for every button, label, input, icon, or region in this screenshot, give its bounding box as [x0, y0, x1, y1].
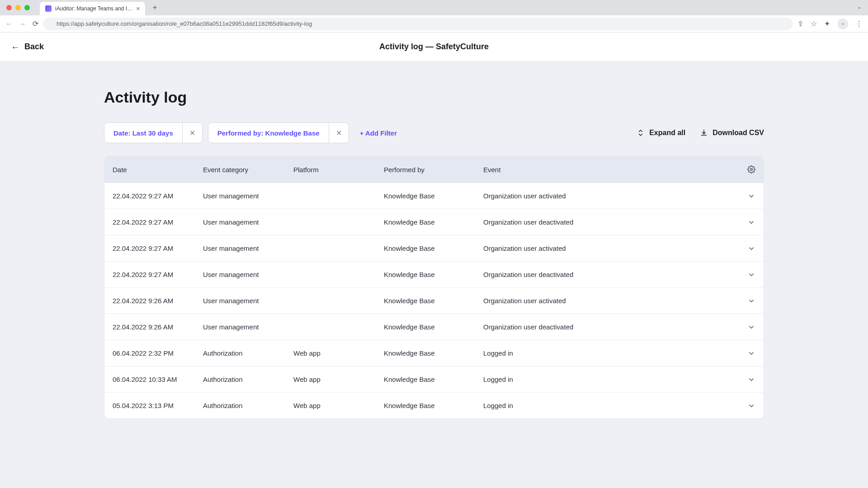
cell-platform: Web app [293, 402, 384, 409]
activity-log-table: Date Event category Platform Performed b… [104, 156, 764, 419]
expand-all-button[interactable]: Expand all [637, 129, 685, 137]
cell-date: 22.04.2022 9:26 AM [113, 297, 203, 305]
app-header: ← Back Activity log — SafetyCulture [0, 33, 868, 61]
url-input[interactable] [43, 18, 793, 30]
tabs-dropdown-button[interactable]: ⌄ [857, 4, 862, 10]
toolbar: Date: Last 30 days✕Performed by: Knowled… [104, 122, 764, 143]
table-row[interactable]: 22.04.2022 9:27 AMUser managementKnowled… [104, 209, 764, 235]
browser-tab-title: iAuditor: Manage Teams and I… [55, 5, 132, 12]
col-date: Date [113, 166, 203, 174]
nav-forward-button[interactable]: → [19, 20, 26, 28]
expand-all-label: Expand all [649, 129, 685, 137]
cell-performed-by: Knowledge Base [384, 218, 483, 226]
cell-category: User management [203, 244, 293, 252]
table-row[interactable]: 22.04.2022 9:27 AMUser managementKnowled… [104, 235, 764, 261]
table-row[interactable]: 22.04.2022 9:26 AMUser managementKnowled… [104, 287, 764, 314]
cell-date: 22.04.2022 9:26 AM [113, 323, 203, 331]
table-settings-button[interactable] [747, 165, 755, 174]
filter-bar: Date: Last 30 days✕Performed by: Knowled… [104, 122, 349, 143]
cell-date: 22.04.2022 9:27 AM [113, 271, 203, 278]
cell-date: 22.04.2022 9:27 AM [113, 244, 203, 252]
cell-category: User management [203, 192, 293, 200]
cell-date: 06.04.2022 2:32 PM [113, 349, 203, 357]
browser-tab[interactable]: iAuditor: Manage Teams and I… × [40, 2, 145, 15]
cell-category: User management [203, 297, 293, 305]
back-label: Back [24, 42, 44, 52]
cell-category: User management [203, 323, 293, 331]
cell-performed-by: Knowledge Base [384, 349, 483, 357]
filter-chip: Date: Last 30 days✕ [104, 122, 203, 143]
share-icon[interactable]: ⇪ [797, 19, 803, 28]
add-filter-button[interactable]: + Add Filter [354, 122, 403, 143]
window-traffic-lights [6, 5, 30, 10]
table-row[interactable]: 06.04.2022 2:32 PMAuthorizationWeb appKn… [104, 340, 764, 366]
cell-event: Organization user activated [483, 192, 728, 200]
browser-toolbar: ← → ⟳ 🔒 ⇪ ☆ ✦ ◦ ⋮ [0, 15, 868, 33]
download-csv-label: Download CSV [712, 129, 764, 137]
bookmark-icon[interactable]: ☆ [811, 19, 817, 28]
filter-chip-label[interactable]: Date: Last 30 days [104, 123, 182, 143]
table-row[interactable]: 06.04.2022 10:33 AMAuthorizationWeb appK… [104, 366, 764, 392]
content-scroll[interactable]: Activity log Date: Last 30 days✕Performe… [0, 61, 868, 488]
expand-row-button[interactable] [747, 297, 755, 305]
nav-reload-button[interactable]: ⟳ [33, 20, 38, 28]
cell-category: Authorization [203, 375, 293, 383]
favicon-icon [45, 5, 52, 12]
table-row[interactable]: 22.04.2022 9:27 AMUser managementKnowled… [104, 183, 764, 209]
close-tab-button[interactable]: × [136, 5, 140, 12]
cell-date: 05.04.2022 3:13 PM [113, 402, 203, 409]
filter-chip-label[interactable]: Performed by: Knowledge Base [208, 123, 329, 143]
filter-chip-remove[interactable]: ✕ [182, 123, 202, 143]
header-title: Activity log — SafetyCulture [379, 42, 489, 52]
cell-performed-by: Knowledge Base [384, 323, 483, 331]
cell-platform: Web app [293, 375, 384, 383]
window-close-button[interactable] [6, 5, 12, 10]
table-row[interactable]: 05.04.2022 3:13 PMAuthorizationWeb appKn… [104, 392, 764, 418]
cell-event: Organization user deactivated [483, 323, 728, 331]
browser-tab-strip: iAuditor: Manage Teams and I… × + ⌄ [0, 0, 868, 15]
cell-performed-by: Knowledge Base [384, 402, 483, 409]
expand-row-button[interactable] [747, 375, 755, 384]
new-tab-button[interactable]: + [149, 2, 160, 14]
expand-row-button[interactable] [747, 402, 755, 410]
cell-performed-by: Knowledge Base [384, 244, 483, 252]
cell-event: Organization user deactivated [483, 271, 728, 278]
cell-category: Authorization [203, 402, 293, 409]
filter-chip: Performed by: Knowledge Base✕ [208, 122, 349, 143]
back-button[interactable]: ← Back [11, 42, 44, 52]
download-csv-button[interactable]: Download CSV [700, 129, 764, 137]
window-zoom-button[interactable] [24, 5, 30, 10]
expand-row-button[interactable] [747, 271, 755, 279]
cell-event: Logged in [483, 375, 728, 383]
cell-category: User management [203, 271, 293, 278]
svg-point-0 [750, 169, 753, 171]
table-row[interactable]: 22.04.2022 9:26 AMUser managementKnowled… [104, 314, 764, 340]
table-header-row: Date Event category Platform Performed b… [104, 156, 764, 183]
expand-row-button[interactable] [747, 218, 755, 226]
expand-row-button[interactable] [747, 323, 755, 331]
col-platform: Platform [293, 166, 384, 174]
extensions-icon[interactable]: ✦ [824, 19, 830, 28]
cell-performed-by: Knowledge Base [384, 375, 483, 383]
cell-performed-by: Knowledge Base [384, 271, 483, 278]
expand-collapse-icon [637, 129, 645, 137]
cell-category: User management [203, 218, 293, 226]
nav-back-button[interactable]: ← [5, 20, 13, 28]
cell-platform: Web app [293, 349, 384, 357]
filter-chip-remove[interactable]: ✕ [329, 123, 349, 143]
cell-event: Organization user activated [483, 244, 728, 252]
expand-row-button[interactable] [747, 244, 755, 253]
kebab-menu-icon[interactable]: ⋮ [855, 19, 863, 28]
download-icon [700, 129, 708, 137]
cell-category: Authorization [203, 349, 293, 357]
window-minimize-button[interactable] [15, 5, 21, 10]
col-category: Event category [203, 166, 293, 174]
profile-avatar[interactable]: ◦ [837, 19, 848, 29]
cell-event: Organization user activated [483, 297, 728, 305]
expand-row-button[interactable] [747, 349, 755, 357]
table-row[interactable]: 22.04.2022 9:27 AMUser managementKnowled… [104, 261, 764, 287]
cell-performed-by: Knowledge Base [384, 297, 483, 305]
cell-event: Organization user deactivated [483, 218, 728, 226]
cell-event: Logged in [483, 402, 728, 409]
expand-row-button[interactable] [747, 192, 755, 200]
